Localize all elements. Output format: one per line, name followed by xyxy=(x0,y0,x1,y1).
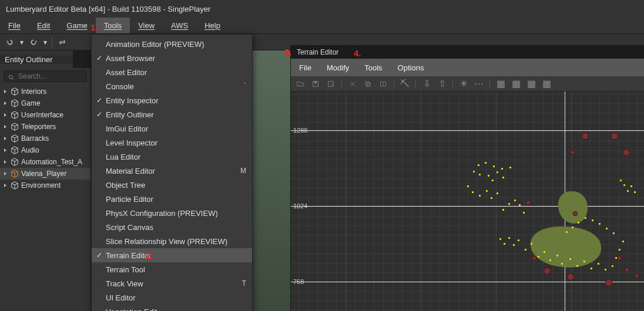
menu-edit[interactable]: Edit xyxy=(29,18,58,33)
toolbar-separator xyxy=(52,37,52,48)
expand-arrow-icon[interactable] xyxy=(2,171,8,177)
tools-menu-item-label: PhysX Configuration (PREVIEW) xyxy=(106,209,244,218)
tools-menu-item[interactable]: Track ViewT xyxy=(92,276,252,290)
terrain-menu-modify[interactable]: Modify xyxy=(327,63,349,72)
outliner-row[interactable]: Teleporters xyxy=(0,121,90,133)
menu-tools[interactable]: Tools xyxy=(96,18,130,33)
terrain-scatter-dot xyxy=(488,175,489,177)
tools-menu-item[interactable]: Lua Editor xyxy=(92,150,252,164)
menu-file[interactable]: File xyxy=(0,18,29,33)
expand-arrow-icon[interactable] xyxy=(2,136,8,141)
terrain-marker xyxy=(544,268,551,275)
outliner-search[interactable] xyxy=(4,70,87,82)
tools-menu-item[interactable]: ✓Entity Inspector xyxy=(92,93,252,107)
terrain-tb-more-icon[interactable]: ⋯ xyxy=(474,79,484,89)
tools-menu-item[interactable]: Terrain Tool xyxy=(92,262,252,276)
expand-arrow-icon[interactable] xyxy=(2,100,8,106)
expand-arrow-icon[interactable] xyxy=(2,89,8,94)
terrain-tb-grid1-icon[interactable]: ▦ xyxy=(496,79,505,89)
terrain-scatter-dot xyxy=(523,212,525,214)
terrain-tb-brush-icon[interactable]: ⛏ xyxy=(400,79,410,89)
menu-game[interactable]: Game xyxy=(58,18,95,33)
terrain-scatter-dot xyxy=(572,227,573,228)
check-icon: ✓ xyxy=(95,96,103,104)
panel-gap xyxy=(73,50,90,68)
terrain-tb-sep3 xyxy=(415,80,416,88)
tools-menu-item-shortcut: T xyxy=(242,279,246,288)
terrain-marker xyxy=(635,273,639,278)
entity-cube-icon xyxy=(11,181,19,190)
tools-menu-item[interactable]: ✓Entity Outliner xyxy=(92,107,252,121)
tools-menu-item[interactable]: PhysX Configuration (PREVIEW) xyxy=(92,206,252,220)
tools-menu-item-label: Animation Editor (PREVIEW) xyxy=(106,40,244,49)
tools-menu-item-label: Script Canvas xyxy=(106,223,244,232)
terrain-tb-grid4-icon[interactable]: ▦ xyxy=(542,79,551,89)
expand-arrow-icon[interactable] xyxy=(2,182,8,188)
terrain-menu-file[interactable]: File xyxy=(299,63,311,72)
terrain-tb-grid3-icon[interactable]: ▦ xyxy=(526,79,536,89)
toolbar-caret-2[interactable]: ▾ xyxy=(43,38,47,46)
link-icon[interactable] xyxy=(57,37,68,48)
terrain-menu-options[interactable]: Options xyxy=(398,63,424,72)
terrain-scatter-dot xyxy=(576,265,578,267)
tools-menu-item-label: Track View xyxy=(106,279,240,288)
terrain-tb-split-icon[interactable] xyxy=(378,79,388,89)
menu-view[interactable]: View xyxy=(130,18,163,33)
terrain-tb-open-icon[interactable] xyxy=(296,79,305,89)
terrain-marker xyxy=(532,256,536,261)
expand-arrow-icon[interactable] xyxy=(2,112,8,118)
terrain-tb-saveas-icon[interactable]: + xyxy=(326,79,336,89)
terrain-tb-close-icon[interactable] xyxy=(348,79,357,89)
tools-menu-item[interactable]: Animation Editor (PREVIEW) xyxy=(92,37,252,51)
expand-arrow-icon[interactable] xyxy=(2,124,8,130)
expand-arrow-icon[interactable] xyxy=(2,147,8,153)
tools-menu-item[interactable]: UI Editor xyxy=(92,290,252,305)
toolbar-caret-1[interactable]: ▾ xyxy=(20,38,24,46)
redo-dropdown-icon[interactable] xyxy=(28,37,39,48)
terrain-tb-export-icon[interactable]: ⇧ xyxy=(437,79,447,89)
tools-menu-item[interactable]: ImGui Editor xyxy=(92,121,252,136)
tools-menu-item[interactable]: Object Tree xyxy=(92,178,252,192)
tools-menu-item[interactable]: Console` xyxy=(92,79,252,93)
outliner-tree: InteriorsGameUserInterfaceTeleportersBar… xyxy=(0,84,90,311)
outliner-row[interactable]: Automation_Test_A xyxy=(0,156,90,168)
terrain-editor-title[interactable]: Terrain Editor xyxy=(291,46,644,59)
terrain-scatter-dot xyxy=(501,168,503,170)
outliner-row[interactable]: Valena_Player xyxy=(0,168,90,180)
tools-menu-item[interactable]: Level Inspector xyxy=(92,136,252,150)
tools-menu-item[interactable]: Particle Editor xyxy=(92,192,252,206)
expand-arrow-icon[interactable] xyxy=(2,159,8,165)
outliner-row-label: Teleporters xyxy=(21,123,56,131)
tools-menu-item[interactable]: Asset Editor xyxy=(92,65,252,79)
outliner-row[interactable]: Barracks xyxy=(0,133,90,144)
outliner-row[interactable]: Game xyxy=(0,97,90,109)
tools-menu-item[interactable]: ✓Terrain Editor xyxy=(92,248,252,262)
menu-help[interactable]: Help xyxy=(196,18,229,33)
tools-menu-item[interactable]: Slice Relationship View (PREVIEW) xyxy=(92,234,252,248)
terrain-menu-tools[interactable]: Tools xyxy=(364,63,382,72)
tools-menu-item[interactable]: Script Canvas xyxy=(92,220,252,234)
entity-cube-icon xyxy=(11,123,19,131)
terrain-tb-copy-icon[interactable] xyxy=(363,79,373,89)
check-icon: ✓ xyxy=(95,251,103,259)
terrain-tb-light-icon[interactable]: ☀ xyxy=(459,79,468,89)
window-title: Lumberyard Editor Beta [x64] - Build 110… xyxy=(6,5,210,13)
terrain-scatter-dot xyxy=(538,256,539,258)
outliner-row[interactable]: Audio xyxy=(0,144,90,156)
outliner-row[interactable]: Environment xyxy=(0,180,90,191)
terrain-editor-canvas[interactable]: 1288 1024 768 xyxy=(291,92,644,311)
terrain-tb-save-icon[interactable] xyxy=(311,79,320,89)
menu-aws[interactable]: AWS xyxy=(163,18,196,33)
terrain-marker xyxy=(570,150,575,155)
tools-menu-item[interactable]: Vegetation Edit xyxy=(92,305,252,311)
tools-menu-item[interactable]: Material EditorM xyxy=(92,164,252,178)
terrain-tb-grid2-icon[interactable]: ▦ xyxy=(511,79,521,89)
search-icon xyxy=(8,73,15,80)
undo-dropdown-icon[interactable] xyxy=(5,37,15,48)
outliner-row[interactable]: UserInterface xyxy=(0,109,90,121)
terrain-tb-import-icon[interactable]: ⇩ xyxy=(422,79,431,89)
tools-menu-item[interactable]: ✓Asset Browser xyxy=(92,51,252,65)
outliner-row[interactable]: Interiors xyxy=(0,86,90,97)
terrain-scatter-dot xyxy=(513,244,515,246)
tools-menu-item-label: Asset Editor xyxy=(106,68,244,77)
